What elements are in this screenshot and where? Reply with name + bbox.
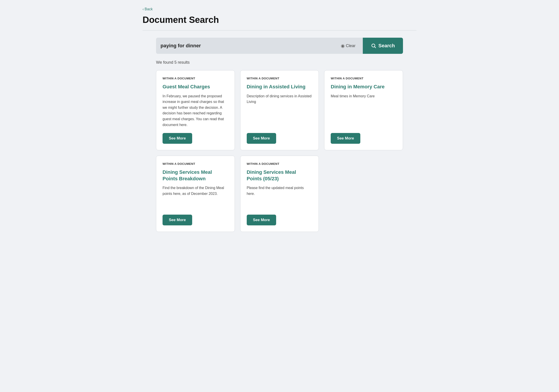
- clear-label: Clear: [346, 44, 356, 48]
- page-title: Document Search: [143, 15, 416, 25]
- result-card: WITHIN A DOCUMENTDining in Assisted Livi…: [240, 70, 319, 150]
- card-label: WITHIN A DOCUMENT: [331, 77, 396, 80]
- see-more-button[interactable]: See More: [331, 133, 360, 144]
- card-label: WITHIN A DOCUMENT: [247, 77, 313, 80]
- see-more-button[interactable]: See More: [163, 215, 192, 225]
- search-input[interactable]: [160, 43, 338, 49]
- card-description: Description of dining services in Assist…: [247, 93, 313, 128]
- clear-button[interactable]: ◉ Clear: [338, 43, 358, 48]
- card-description: In February, we paused the proposed incr…: [163, 93, 228, 128]
- search-button[interactable]: Search: [363, 38, 403, 54]
- card-title: Guest Meal Charges: [163, 84, 228, 90]
- see-more-button[interactable]: See More: [247, 133, 276, 144]
- result-card: WITHIN A DOCUMENTDining Services Meal Po…: [156, 156, 235, 232]
- card-title: Dining Services Meal Points (05/23): [247, 169, 313, 182]
- card-title: Dining in Assisted Living: [247, 84, 313, 90]
- card-description: Find the breakdown of the Dining Meal po…: [163, 185, 228, 209]
- card-title: Dining Services Meal Points Breakdown: [163, 169, 228, 182]
- card-label: WITHIN A DOCUMENT: [163, 77, 228, 80]
- back-label: Back: [145, 7, 153, 11]
- card-description: Please find the updated meal points here…: [247, 185, 313, 209]
- svg-line-1: [374, 47, 376, 48]
- cards-row-2: WITHIN A DOCUMENTDining Services Meal Po…: [156, 156, 403, 232]
- divider: [143, 30, 416, 30]
- svg-point-0: [372, 44, 375, 47]
- result-card: WITHIN A DOCUMENTGuest Meal ChargesIn Fe…: [156, 70, 235, 150]
- card-label: WITHIN A DOCUMENT: [247, 162, 313, 166]
- card-description: Meal times in Memory Care: [331, 93, 396, 128]
- result-card: WITHIN A DOCUMENTDining Services Meal Po…: [240, 156, 319, 232]
- card-label: WITHIN A DOCUMENT: [163, 162, 228, 166]
- search-icon: [371, 43, 376, 48]
- cards-row-1: WITHIN A DOCUMENTGuest Meal ChargesIn Fe…: [156, 70, 403, 150]
- search-label: Search: [379, 43, 395, 49]
- see-more-button[interactable]: See More: [163, 133, 192, 144]
- result-card: WITHIN A DOCUMENTDining in Memory CareMe…: [324, 70, 403, 150]
- search-input-wrapper: ◉ Clear: [156, 38, 363, 54]
- search-bar: ◉ Clear Search: [156, 38, 403, 54]
- card-title: Dining in Memory Care: [331, 84, 396, 90]
- clear-icon: ◉: [341, 43, 345, 48]
- results-count: We found 5 results: [156, 60, 403, 65]
- back-link[interactable]: ‹ Back: [143, 7, 153, 11]
- see-more-button[interactable]: See More: [247, 215, 276, 225]
- chevron-left-icon: ‹: [143, 7, 144, 11]
